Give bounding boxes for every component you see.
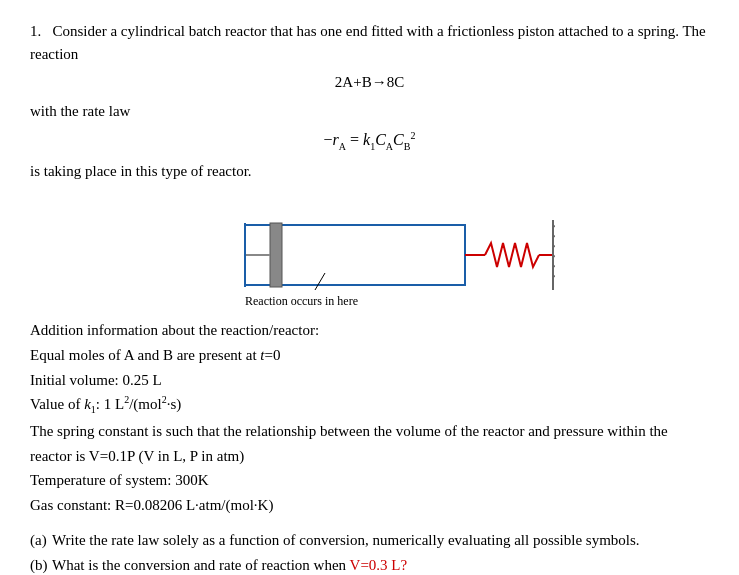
part-a: (a) Write the rate law solely as a funct… bbox=[30, 528, 709, 554]
info-item-6: Gas constant: R=0.08206 L·atm/(mol·K) bbox=[30, 493, 709, 518]
info-item-5: Temperature of system: 300K bbox=[30, 468, 709, 493]
rate-law-equation: −rA = k1CACB2 bbox=[324, 128, 416, 154]
diagram-svg-container: Reaction occurs in here bbox=[185, 205, 555, 305]
info-item-1: Equal moles of A and B are present at t=… bbox=[30, 343, 709, 368]
parts-section: (a) Write the rate law solely as a funct… bbox=[30, 528, 709, 575]
info-header: Addition information about the reaction/… bbox=[30, 318, 709, 343]
intro-text: Consider a cylindrical batch reactor tha… bbox=[30, 23, 706, 62]
reaction-equation: 2A+B→8C bbox=[335, 74, 404, 90]
part-a-text: Write the rate law solely as a function … bbox=[52, 528, 709, 554]
info-item-4: The spring constant is such that the rel… bbox=[30, 419, 709, 469]
info-section: Addition information about the reaction/… bbox=[30, 318, 709, 518]
svg-rect-1 bbox=[270, 223, 282, 287]
part-b-highlight: V=0.3 L? bbox=[350, 557, 408, 573]
problem-number: 1. bbox=[30, 23, 41, 39]
problem-intro: 1. Consider a cylindrical batch reactor … bbox=[30, 20, 709, 65]
problem-container: 1. Consider a cylindrical batch reactor … bbox=[30, 20, 709, 575]
reactor-svg: Reaction occurs in here bbox=[185, 205, 555, 305]
part-b: (b) What is the conversion and rate of r… bbox=[30, 553, 709, 575]
rate-law-intro: with the rate law bbox=[30, 100, 709, 123]
svg-text:Reaction occurs in here: Reaction occurs in here bbox=[245, 294, 358, 305]
info-item-3: Value of k1: 1 L2/(mol2·s) bbox=[30, 392, 709, 419]
rate-law-equation-line: −rA = k1CACB2 bbox=[30, 128, 709, 154]
reaction-equation-line: 2A+B→8C bbox=[30, 71, 709, 94]
reactor-diagram: Reaction occurs in here bbox=[30, 200, 709, 310]
rate-law-after: is taking place in this type of reactor. bbox=[30, 160, 709, 183]
svg-line-13 bbox=[315, 273, 325, 290]
part-a-letter: (a) bbox=[30, 528, 52, 554]
info-item-2: Initial volume: 0.25 L bbox=[30, 368, 709, 393]
part-b-letter: (b) bbox=[30, 553, 52, 575]
part-b-text: What is the conversion and rate of react… bbox=[52, 553, 709, 575]
